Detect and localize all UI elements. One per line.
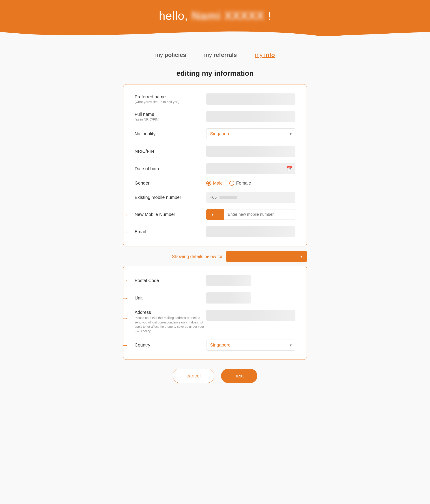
preferred-name-row: Preferred name (what you'd like us to ca… [134,93,296,105]
page-title: editing my information [123,69,307,78]
nric-label: NRIC/FIN [134,149,206,154]
address-input[interactable] [206,310,296,321]
country-dropdown[interactable]: Singapore ▾ [206,340,296,351]
address-arrow-icon [121,314,128,323]
unit-input[interactable] [206,292,251,304]
email-label-col: Email [134,229,206,234]
mobile-country-selector[interactable]: ▾ [206,209,224,220]
nationality-value: Singapore [210,131,231,136]
new-mobile-label: New Mobile Number [134,212,206,217]
new-mobile-number-input[interactable] [224,209,296,220]
greeting-text: hello, [159,9,188,22]
email-row: Email [134,226,296,237]
preferred-name-input[interactable] [206,93,296,105]
tab-referrals-bold: referrals [214,52,237,58]
preferred-name-label: Preferred name [134,94,206,99]
header: hello, Nami XXXXX ! [0,0,430,40]
preferred-name-sublabel: (what you'd like us to call you) [134,100,206,104]
postal-code-label: Postal Code [134,278,206,283]
email-input[interactable] [206,226,296,237]
unit-row: Unit [134,292,296,304]
country-arrow-icon [121,341,128,349]
full-name-sublabel: (as in NRIC/FIN) [134,117,206,121]
address-label: Address [134,310,206,315]
nationality-input-col: Singapore ▾ [206,128,296,139]
mobile-country-chevron-icon: ▾ [212,212,214,217]
country-chevron-icon: ▾ [290,343,292,348]
dob-input[interactable]: 📅 [206,163,296,174]
new-mobile-arrow-icon [121,210,128,219]
nationality-dropdown[interactable]: Singapore ▾ [206,128,296,139]
country-row: Country Singapore ▾ [134,340,296,351]
postal-code-input-col [206,275,296,286]
calendar-icon: 📅 [287,166,292,171]
address-input-col [206,310,296,321]
postal-code-input[interactable] [206,275,251,286]
gender-female-label: Female [236,180,251,186]
cancel-button[interactable]: cancel [173,369,214,383]
personal-info-card: Preferred name (what you'd like us to ca… [123,84,307,246]
exclamation-mark: ! [268,9,271,22]
full-name-input-col [206,111,296,122]
button-row: cancel next [123,369,307,383]
tab-info[interactable]: my info [255,52,275,60]
new-mobile-input-group: ▾ [206,209,296,220]
tab-referrals-prefix: my [204,52,214,58]
unit-label-col: Unit [134,296,206,301]
postal-code-row: Postal Code [134,275,296,286]
full-name-input[interactable] [206,111,296,122]
showing-details-dropdown[interactable]: ▾ [226,251,307,262]
country-value: Singapore [210,342,231,348]
existing-mobile-label-col: Existing mobile number [134,195,206,200]
tab-policies-bold: policies [165,52,186,58]
gender-options: Male Female [206,180,296,186]
dob-row: Date of birth 📅 [134,163,296,174]
gender-input-col: Male Female [206,180,296,186]
address-label-col: Address Please note that this mailing ad… [134,310,206,333]
address-row: Address Please note that this mailing ad… [134,310,296,333]
showing-details-chevron-icon: ▾ [300,254,302,259]
email-arrow-icon [121,228,128,236]
unit-label: Unit [134,296,206,301]
tab-info-prefix: my [255,52,264,58]
preferred-name-label-col: Preferred name (what you'd like us to ca… [134,94,206,104]
nationality-row: Nationality Singapore ▾ [134,128,296,139]
address-note: Please note that this mailing address is… [134,316,206,333]
nric-row: NRIC/FIN [134,146,296,157]
preferred-name-input-col [206,93,296,105]
country-label-col: Country [134,342,206,348]
gender-male-option[interactable]: Male [206,180,223,186]
tab-info-bold: info [264,52,275,58]
new-mobile-input-col: ▾ [206,209,296,220]
existing-mobile-prefix: +65 [210,195,217,200]
tab-policies[interactable]: my policies [155,52,186,60]
header-greeting: hello, Nami XXXXX ! [0,9,430,22]
nationality-label: Nationality [134,131,206,136]
nationality-chevron-icon: ▾ [290,132,292,136]
tab-policies-prefix: my [155,52,165,58]
tab-referrals[interactable]: my referrals [204,52,237,60]
unit-arrow-icon [121,294,128,302]
next-button[interactable]: next [221,369,257,383]
dob-input-col: 📅 [206,163,296,174]
gender-label: Gender [134,180,206,186]
nric-input-col [206,146,296,157]
gender-row: Gender Male Female [134,180,296,186]
unit-input-col [206,292,296,304]
postal-code-label-col: Postal Code [134,278,206,283]
email-label: Email [134,229,206,234]
gender-female-radio[interactable] [229,181,234,186]
gender-female-option[interactable]: Female [229,180,251,186]
address-card: Postal Code Unit Address [123,266,307,360]
email-input-col [206,226,296,237]
nationality-label-col: Nationality [134,131,206,136]
nric-label-col: NRIC/FIN [134,149,206,154]
gender-male-radio[interactable] [206,181,211,186]
dob-label: Date of birth [134,166,206,171]
new-mobile-label-col: New Mobile Number [134,212,206,217]
postal-code-arrow-icon [121,276,128,285]
existing-mobile-input-col: +65 [206,192,296,203]
nric-input[interactable] [206,146,296,157]
country-label: Country [134,342,206,348]
nav-tabs: my policies my referrals my info [0,52,430,60]
